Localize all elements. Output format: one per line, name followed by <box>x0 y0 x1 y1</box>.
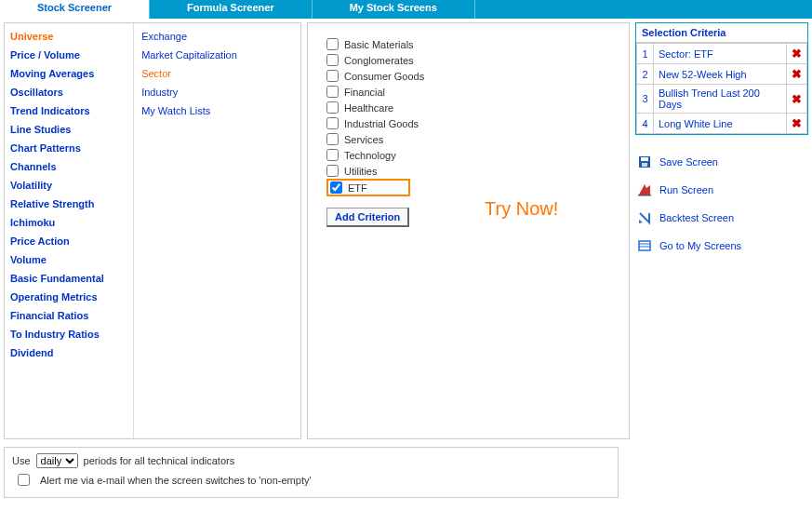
sector-checkbox[interactable] <box>326 165 339 177</box>
periods-suffix-label: periods for all technical indicators <box>84 455 235 466</box>
sub-category-item[interactable]: Market Capitalization <box>141 46 293 64</box>
criteria-row: 4Long White Line✖ <box>637 114 807 134</box>
category-item[interactable]: Operating Metrics <box>10 288 127 306</box>
try-now-label: Try Now! <box>485 198 558 220</box>
go-to-my-screens-link[interactable]: Go to My Screens <box>635 232 808 260</box>
criteria-number: 4 <box>637 114 654 134</box>
category-item[interactable]: Financial Ratios <box>10 306 127 325</box>
category-item[interactable]: To Industry Ratios <box>10 325 127 343</box>
remove-icon[interactable]: ✖ <box>792 47 802 61</box>
sub-category-list: ExchangeMarket CapitalizationSectorIndus… <box>134 23 300 438</box>
sector-checkbox[interactable] <box>326 133 339 145</box>
sector-label: ETF <box>348 182 367 194</box>
sector-checkbox[interactable] <box>326 117 339 129</box>
category-item[interactable]: Ichimoku <box>10 213 127 232</box>
svg-rect-4 <box>639 241 650 250</box>
criteria-name[interactable]: Long White Line <box>654 114 787 134</box>
alert-label: Alert me via e-mail when the screen swit… <box>40 475 312 486</box>
sector-row: Consumer Goods <box>326 68 610 84</box>
category-item[interactable]: Volatility <box>10 176 127 195</box>
sub-category-item[interactable]: My Watch Lists <box>141 101 293 120</box>
sector-row: Industrial Goods <box>326 115 610 131</box>
tab-formula-screener[interactable]: Formula Screener <box>150 0 313 19</box>
criteria-number: 2 <box>637 64 654 85</box>
bottom-settings-panel: Use daily periods for all technical indi… <box>4 447 619 498</box>
run-screen-link[interactable]: Run Screen <box>635 176 808 204</box>
category-item[interactable]: Chart Patterns <box>10 139 127 157</box>
screens-icon <box>637 238 652 253</box>
svg-rect-1 <box>641 157 648 161</box>
sector-checkbox[interactable] <box>330 182 342 194</box>
svg-rect-3 <box>638 195 651 196</box>
sector-label: Conglomerates <box>344 55 414 66</box>
category-item[interactable]: Price Action <box>10 232 127 250</box>
criteria-name[interactable]: Sector: ETF <box>654 44 787 64</box>
selection-criteria-header: Selection Criteria <box>636 23 807 43</box>
category-item[interactable]: Basic Fundamental <box>10 269 127 288</box>
run-icon <box>637 182 652 197</box>
run-screen-label: Run Screen <box>659 184 713 195</box>
use-label: Use <box>12 455 31 466</box>
criteria-remove-cell: ✖ <box>787 85 807 114</box>
remove-icon[interactable]: ✖ <box>792 92 802 106</box>
sector-row: Healthcare <box>326 100 610 115</box>
save-screen-link[interactable]: Save Screen <box>635 148 808 176</box>
criteria-row: 2New 52-Week High✖ <box>637 64 807 85</box>
sector-label: Consumer Goods <box>344 71 424 82</box>
criteria-row: 1Sector: ETF✖ <box>637 44 807 64</box>
remove-icon[interactable]: ✖ <box>792 116 802 130</box>
category-item[interactable]: Volume <box>10 250 127 269</box>
sector-label: Services <box>344 134 383 145</box>
sector-row: Financial <box>326 84 610 100</box>
sector-checkbox[interactable] <box>326 38 339 50</box>
criteria-name[interactable]: Bullish Trend Last 200 Days <box>654 85 787 114</box>
sector-checkbox[interactable] <box>326 54 339 66</box>
sector-label: Utilities <box>344 166 377 177</box>
sub-category-item[interactable]: Industry <box>141 83 293 101</box>
sector-checkbox[interactable] <box>326 101 339 114</box>
sector-checkbox[interactable] <box>326 86 339 98</box>
sector-row: ETF <box>326 179 410 196</box>
save-screen-label: Save Screen <box>659 156 718 168</box>
category-item[interactable]: Dividend <box>10 343 127 362</box>
criteria-name[interactable]: New 52-Week High <box>654 64 787 85</box>
category-item[interactable]: Line Studies <box>10 120 127 139</box>
criteria-remove-cell: ✖ <box>787 64 807 85</box>
sector-row: Technology <box>326 147 610 163</box>
tab-my-stock-screens[interactable]: My Stock Screens <box>313 0 475 19</box>
category-item[interactable]: Price / Volume <box>10 46 127 64</box>
backtest-screen-link[interactable]: Backtest Screen <box>635 204 808 232</box>
svg-rect-2 <box>642 163 647 167</box>
sector-row: Utilities <box>326 163 610 179</box>
add-criterion-button[interactable]: Add Criterion <box>326 208 409 227</box>
tab-bar: Stock Screener Formula Screener My Stock… <box>0 0 812 19</box>
sub-category-item[interactable]: Sector <box>141 64 293 83</box>
category-item[interactable]: Moving Averages <box>10 64 127 83</box>
sector-row: Services <box>326 131 610 147</box>
category-list: UniversePrice / VolumeMoving AveragesOsc… <box>5 23 134 438</box>
sector-checkbox[interactable] <box>326 70 339 82</box>
sector-checkbox[interactable] <box>326 149 339 161</box>
sector-label: Financial <box>344 87 385 98</box>
sector-label: Technology <box>344 150 396 161</box>
criteria-row: 3Bullish Trend Last 200 Days✖ <box>637 85 807 114</box>
criteria-options-panel: Basic MaterialsConglomeratesConsumer Goo… <box>307 22 630 439</box>
sector-label: Basic Materials <box>344 39 414 50</box>
save-icon <box>637 155 652 169</box>
sector-row: Basic Materials <box>326 36 610 52</box>
category-item[interactable]: Universe <box>10 27 127 46</box>
criteria-number: 3 <box>637 85 654 114</box>
category-item[interactable]: Channels <box>10 157 127 176</box>
alert-checkbox[interactable] <box>18 474 30 486</box>
backtest-screen-label: Backtest Screen <box>659 212 734 223</box>
category-item[interactable]: Trend Indicators <box>10 101 127 120</box>
criteria-remove-cell: ✖ <box>787 114 807 134</box>
sub-category-item[interactable]: Exchange <box>141 27 293 46</box>
category-item[interactable]: Relative Strength <box>10 195 127 213</box>
sector-row: Conglomerates <box>326 52 610 68</box>
tab-stock-screener[interactable]: Stock Screener <box>0 0 150 19</box>
period-select[interactable]: daily <box>36 453 78 468</box>
criteria-number: 1 <box>637 44 654 64</box>
category-item[interactable]: Oscillators <box>10 83 127 101</box>
remove-icon[interactable]: ✖ <box>792 67 802 81</box>
